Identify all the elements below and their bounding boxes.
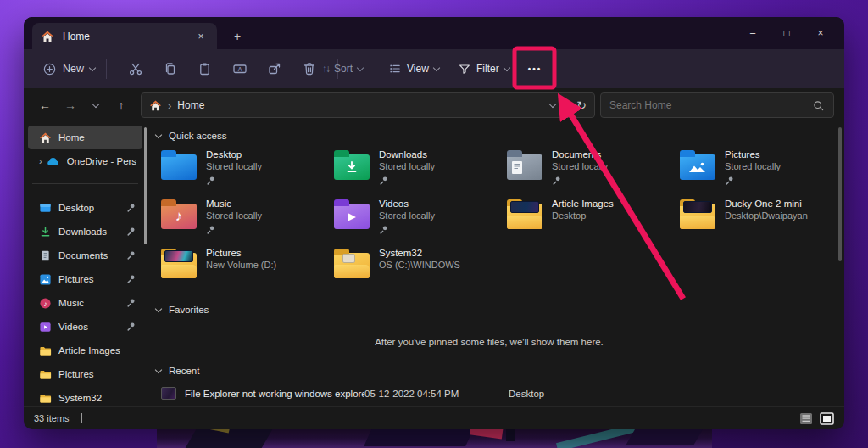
new-tab-button[interactable]: + xyxy=(234,31,241,42)
file-explorer-window: Home × + − □ × New A xyxy=(24,17,844,429)
sidebar-item-onedrive[interactable]: › OneDrive - Perso xyxy=(28,149,142,173)
picture-icon xyxy=(39,273,52,286)
chevron-right-icon[interactable]: › xyxy=(39,156,42,166)
status-divider xyxy=(81,413,82,423)
thumbnail-view-icon[interactable] xyxy=(820,412,834,425)
pin-icon xyxy=(126,203,136,214)
quick-access-item-music[interactable]: ♪ Music Stored locally xyxy=(161,199,334,240)
section-favorites[interactable]: Favorites xyxy=(156,305,822,315)
view-button[interactable]: View xyxy=(388,62,444,76)
folder-thumbnail xyxy=(342,254,355,263)
navigation-pane: Home › OneDrive - Perso Desktop xyxy=(24,122,147,406)
folder-front xyxy=(680,216,715,229)
address-bar[interactable]: › Home ↻ xyxy=(141,92,595,118)
breadcrumb[interactable]: Home xyxy=(177,99,204,111)
search-box[interactable] xyxy=(600,92,834,118)
forward-button[interactable]: → xyxy=(59,98,81,112)
sidebar-item-pictures[interactable]: Pictures xyxy=(28,267,142,291)
folder-thumbnail xyxy=(164,250,193,262)
item-detail: Stored locally xyxy=(206,161,262,171)
quick-access-item-article-images[interactable]: Article Images Desktop xyxy=(507,199,680,240)
sidebar-item-pictures-d[interactable]: Pictures xyxy=(28,362,142,386)
pin-icon xyxy=(379,173,435,188)
recent-file-row[interactable]: File Explorer not working windows explor… xyxy=(161,387,822,400)
favorites-empty-message: After you've pinned some files, we'll sh… xyxy=(156,337,822,347)
folder-icon xyxy=(39,368,52,381)
section-quick-access[interactable]: Quick access xyxy=(156,131,822,141)
share-icon xyxy=(267,61,282,76)
sidebar-item-system32[interactable]: System32 xyxy=(28,386,142,410)
sidebar-item-music[interactable]: ♪ Music xyxy=(28,291,142,315)
folder-icon xyxy=(507,154,542,180)
clipboard-actions: A xyxy=(118,61,326,76)
quick-access-item-system32[interactable]: System32 OS (C:)\WINDOWS xyxy=(334,248,507,289)
address-dropdown-icon[interactable] xyxy=(549,100,556,107)
paste-button[interactable] xyxy=(187,61,222,76)
quick-access-item-desktop[interactable]: Desktop Stored locally xyxy=(161,149,334,191)
rename-button[interactable]: A xyxy=(222,61,257,76)
svg-text:A: A xyxy=(237,66,242,72)
folder-front xyxy=(507,216,542,229)
maximize-button[interactable]: □ xyxy=(770,27,804,39)
quick-access-item-videos[interactable]: ▶ Videos Stored locally xyxy=(334,199,507,240)
up-button[interactable]: ↑ xyxy=(110,98,132,112)
sidebar-item-home[interactable]: Home xyxy=(28,126,142,149)
folder-icon xyxy=(161,154,197,180)
quick-access-grid: Desktop Stored locally Downloads Stored … xyxy=(161,149,822,289)
search-input[interactable] xyxy=(609,99,812,111)
item-detail: New Volume (D:) xyxy=(206,260,276,270)
folder-icon xyxy=(334,154,370,180)
quick-access-item-pictures[interactable]: Pictures Stored locally xyxy=(680,149,844,191)
refresh-button[interactable]: ↻ xyxy=(576,98,587,112)
address-bar-controls: ↻ xyxy=(550,98,587,113)
item-name: Music xyxy=(206,199,262,209)
quick-access-item-pictures-d[interactable]: Pictures New Volume (D:) xyxy=(161,248,334,289)
filter-button[interactable]: Filter xyxy=(458,62,514,76)
back-button[interactable]: ← xyxy=(34,98,56,112)
play-icon: ▶ xyxy=(334,204,370,229)
sidebar-item-label: Home xyxy=(58,132,85,143)
delete-button[interactable] xyxy=(292,61,326,76)
tab-home[interactable]: Home × xyxy=(32,23,217,49)
file-thumbnail-icon xyxy=(161,387,176,400)
divider xyxy=(565,98,566,113)
video-icon xyxy=(39,321,52,333)
sidebar-item-downloads[interactable]: Downloads xyxy=(28,220,142,244)
sidebar-item-article-images[interactable]: Article Images xyxy=(28,339,142,362)
content-scrollbar[interactable] xyxy=(838,127,842,261)
details-view-icon[interactable] xyxy=(799,412,813,425)
sort-button[interactable]: ↑↓ Sort xyxy=(322,63,375,75)
sidebar-scrollbar[interactable] xyxy=(144,127,147,244)
quick-access-item-downloads[interactable]: Downloads Stored locally xyxy=(334,149,507,191)
item-name: Downloads xyxy=(379,149,435,160)
view-actions: ↑↓ Sort View Filter ••• xyxy=(322,49,551,88)
new-button[interactable]: New xyxy=(42,62,95,76)
sidebar-divider xyxy=(32,183,138,184)
item-detail: Stored locally xyxy=(725,161,781,171)
home-icon xyxy=(39,132,52,144)
section-label: Recent xyxy=(169,366,199,376)
sidebar-item-label: Documents xyxy=(58,250,108,260)
pin-icon xyxy=(126,298,136,309)
more-options-button[interactable]: ••• xyxy=(519,64,551,74)
item-name: Videos xyxy=(379,199,435,209)
cut-button[interactable] xyxy=(118,61,153,76)
quick-access-item-ducky[interactable]: Ducky One 2 mini Desktop\Dwaipayan xyxy=(680,199,844,240)
folder-icon: ▶ xyxy=(334,204,370,229)
folder-icon xyxy=(680,154,715,180)
quick-access-item-documents[interactable]: Documents Stored locally xyxy=(507,149,680,191)
recent-locations-button[interactable] xyxy=(85,104,107,107)
sidebar-item-label: Videos xyxy=(58,322,88,332)
copy-button[interactable] xyxy=(153,61,187,76)
share-button[interactable] xyxy=(257,61,292,76)
sidebar-item-documents[interactable]: Documents xyxy=(28,244,142,267)
section-label: Quick access xyxy=(169,131,226,141)
view-label: View xyxy=(407,63,429,75)
tab-close-icon[interactable]: × xyxy=(193,31,209,42)
section-recent[interactable]: Recent xyxy=(156,366,822,376)
close-button[interactable]: × xyxy=(804,27,837,39)
sidebar-item-desktop[interactable]: Desktop xyxy=(28,196,142,220)
sidebar-item-videos[interactable]: Videos xyxy=(28,315,142,339)
item-name: Pictures xyxy=(725,149,781,160)
minimize-button[interactable]: − xyxy=(736,27,770,40)
